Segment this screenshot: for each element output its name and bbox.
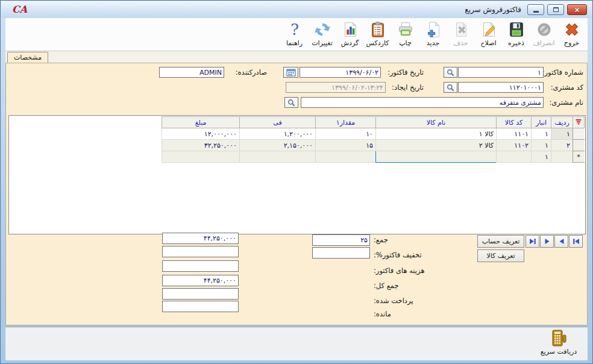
minimize-icon [533, 11, 539, 13]
invoice-costs-input[interactable] [162, 260, 239, 272]
column-header-warehouse[interactable]: انبار [532, 117, 551, 128]
table-row: ۱ ۱ ۱۱۰۱ کالا ۱ ۱۰ ۱,۲۰۰,۰۰۰ ۱۲,۰۰۰,۰۰۰ [162, 128, 585, 140]
delete-icon [451, 20, 471, 39]
column-header-unit-price[interactable]: فی [240, 117, 316, 128]
balance-label: مانده: [374, 310, 391, 318]
column-header-amount[interactable]: مبلغ [162, 117, 240, 128]
maximize-button[interactable] [547, 4, 564, 15]
paid-label: پرداخت شده: [374, 297, 413, 305]
customer-name-input[interactable] [301, 97, 544, 108]
cancel-button: انصراف [530, 20, 557, 47]
customer-name-label: نام مشتری: [549, 98, 583, 107]
nav-next-icon [544, 238, 551, 245]
help-button[interactable]: ? راهنما [281, 20, 308, 47]
new-row-selector[interactable]: * [573, 151, 585, 163]
row-selector[interactable] [573, 140, 585, 151]
tab-specifications[interactable]: مشخصات [7, 52, 48, 63]
invoice-number-label: شماره فاکتور: [542, 68, 583, 77]
print-button[interactable]: چاپ [392, 20, 419, 47]
invoice-date-label: تاریخ فاکتور: [387, 68, 424, 77]
maximize-icon [553, 7, 559, 12]
new-icon [424, 20, 443, 39]
record-navigator [526, 235, 583, 248]
customer-code-input[interactable] [458, 82, 544, 93]
toolbar: خروج انصراف ذخیره اصلاح حذف جدید [5, 18, 588, 51]
close-button[interactable]: × [567, 4, 587, 15]
table-row: ۲ ۱ ۱۱۰۲ کالا ۲ ۱۵ ۲,۱۵۰,۰۰۰ ۳۲,۲۵۰,۰۰۰ [162, 140, 585, 151]
table-row-new: * ۱ [162, 151, 585, 163]
sum-label: جمع: [374, 236, 388, 244]
grand-total-label: جمع کل: [374, 281, 399, 290]
app-window: CA فاکتورفروش سریع × خروج انصراف ذخیره [0, 0, 593, 364]
nav-next-button[interactable] [540, 235, 554, 248]
invoice-panel: شماره فاکتور: تاریخ فاکتور: صادرکننده: ک… [5, 63, 588, 325]
paid-input[interactable] [162, 288, 239, 300]
turnover-icon [340, 20, 360, 39]
grand-total-input[interactable] [162, 275, 239, 286]
customer-name-search-button[interactable] [284, 97, 298, 108]
invoice-date-input[interactable] [300, 67, 381, 78]
nav-last-icon [529, 238, 536, 245]
created-date-label: تاریخ ایجاد: [392, 83, 424, 92]
row-selector[interactable] [573, 128, 585, 140]
print-icon [396, 20, 415, 39]
nav-first-icon [573, 238, 580, 245]
discount-amount-input[interactable] [162, 246, 239, 257]
search-icon [447, 84, 454, 92]
issuer-input[interactable] [159, 67, 224, 78]
edit-icon [479, 20, 498, 39]
changes-button[interactable]: تغییرات [309, 20, 336, 47]
selected-cell[interactable] [376, 151, 497, 163]
tab-strip: مشخصات [5, 51, 588, 63]
define-account-button[interactable]: تعریف حساب [477, 235, 524, 248]
new-button[interactable]: جدید [419, 20, 447, 47]
delete-button: حذف [447, 20, 474, 47]
column-header-item-code[interactable]: کد کالا [497, 117, 532, 128]
grid-corner-header [573, 117, 585, 128]
minimize-button[interactable] [527, 4, 544, 15]
sum-amount-input[interactable] [162, 233, 239, 244]
calculator-icon [548, 329, 569, 347]
invoice-date-calendar-button[interactable] [283, 67, 298, 78]
title-bar: CA فاکتورفروش سریع × [1, 1, 592, 18]
invoice-number-search-button[interactable] [444, 67, 457, 78]
turnover-button[interactable]: گردش [336, 20, 363, 47]
window-title: فاکتورفروش سریع [465, 5, 521, 14]
changes-icon [313, 20, 332, 39]
nav-last-button[interactable] [526, 235, 539, 248]
quick-receive-button[interactable]: دریافت سریع [536, 329, 582, 356]
items-grid: ردیف انبار کد کالا نام کالا مقدار۱ فی مب… [8, 115, 586, 234]
column-header-row[interactable]: ردیف [551, 117, 573, 128]
help-icon: ? [285, 20, 304, 39]
filter-icon [575, 118, 582, 125]
exit-button[interactable]: خروج [558, 20, 585, 47]
created-date-value [286, 82, 386, 93]
kardex-icon [368, 20, 387, 39]
column-header-quantity[interactable]: مقدار۱ [316, 117, 376, 128]
column-header-item-name[interactable]: نام کالا [376, 117, 497, 128]
customer-code-label: کد مشتری: [551, 83, 583, 92]
svg-text:?: ? [290, 20, 298, 39]
footer-bar: دریافت سریع [5, 327, 588, 360]
edit-button[interactable]: اصلاح [475, 20, 502, 47]
nav-first-button[interactable] [569, 235, 583, 248]
search-icon [287, 99, 295, 107]
invoice-costs-label: هزینه های فاکتور: [374, 266, 424, 275]
customer-code-search-button[interactable] [444, 82, 457, 93]
cancel-icon [535, 20, 554, 39]
kardex-button[interactable]: کاردکس [364, 20, 391, 47]
discount-label: تخفیف فاکتور%: [374, 251, 422, 259]
exit-icon [562, 20, 582, 39]
grid-header-row: ردیف انبار کد کالا نام کالا مقدار۱ فی مب… [162, 117, 585, 128]
sum-quantity-input[interactable] [312, 234, 370, 246]
issuer-label: صادرکننده: [236, 68, 267, 77]
define-item-button[interactable]: تعریف کالا [477, 249, 524, 262]
discount-percent-input[interactable] [312, 247, 370, 259]
save-button[interactable]: ذخیره [503, 20, 530, 47]
balance-input[interactable] [162, 301, 239, 312]
nav-prev-icon [558, 238, 565, 245]
calendar-icon [286, 68, 296, 77]
app-logo: CA [12, 4, 27, 15]
nav-prev-button[interactable] [554, 235, 568, 248]
invoice-number-input[interactable] [458, 67, 544, 78]
